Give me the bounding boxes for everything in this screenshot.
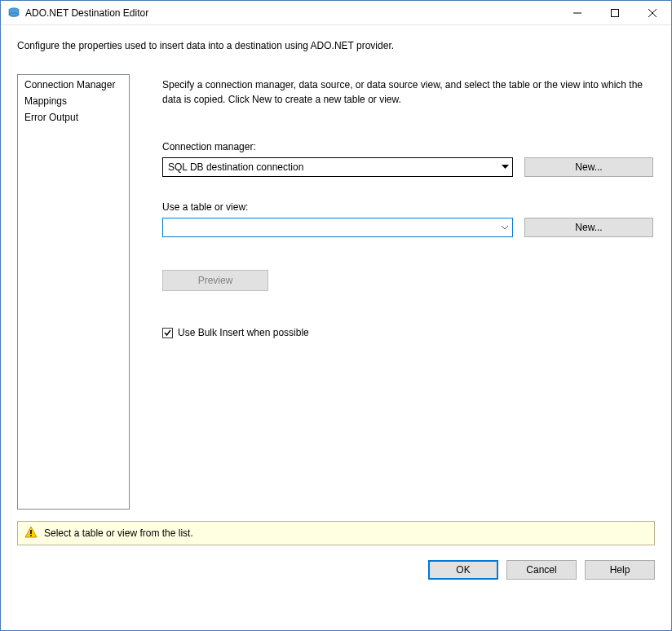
dropdown-arrow-icon [497,158,512,176]
svg-marker-6 [502,165,509,169]
app-icon [7,7,20,20]
chevron-down-icon [497,218,512,236]
warning-icon [24,526,38,541]
status-message: Select a table or view from the list. [44,527,193,539]
window-title: ADO.NET Destination Editor [25,7,559,19]
bulk-insert-label: Use Bulk Insert when possible [178,327,309,338]
dialog-description: Configure the properties used to insert … [17,40,655,51]
bulk-insert-checkbox-row[interactable]: Use Bulk Insert when possible [162,327,653,338]
close-button[interactable] [634,1,671,24]
preview-button[interactable]: Preview [162,270,268,291]
new-connection-button[interactable]: New... [524,157,653,177]
svg-rect-9 [30,535,32,536]
nav-item-mappings[interactable]: Mappings [18,93,129,109]
minimize-button[interactable] [559,1,596,24]
svg-rect-8 [30,530,32,534]
svg-rect-3 [612,9,619,16]
nav-item-error-output[interactable]: Error Output [18,109,129,126]
table-dropdown[interactable] [162,218,513,237]
nav-panel: Connection Manager Mappings Error Output [17,74,130,510]
connection-manager-label: Connection manager: [162,141,653,152]
connection-manager-value: SQL DB destination connection [163,161,497,173]
svg-line-5 [648,9,657,17]
table-value [163,222,497,233]
table-label: Use a table or view: [162,201,653,213]
window-controls [559,1,671,24]
dialog-buttons: OK Cancel Help [1,545,671,594]
panel-description: Specify a connection manager, data sourc… [162,77,653,107]
nav-item-connection-manager[interactable]: Connection Manager [18,77,129,93]
help-button[interactable]: Help [585,560,655,580]
connection-manager-dropdown[interactable]: SQL DB destination connection [162,157,513,177]
titlebar: ADO.NET Destination Editor [1,1,671,25]
bulk-insert-checkbox[interactable] [162,328,173,338]
maximize-button[interactable] [596,1,634,24]
svg-line-4 [648,9,657,17]
status-bar: Select a table or view from the list. [17,521,655,545]
ok-button[interactable]: OK [428,560,498,580]
cancel-button[interactable]: Cancel [506,560,577,580]
new-table-button[interactable]: New... [524,218,653,237]
